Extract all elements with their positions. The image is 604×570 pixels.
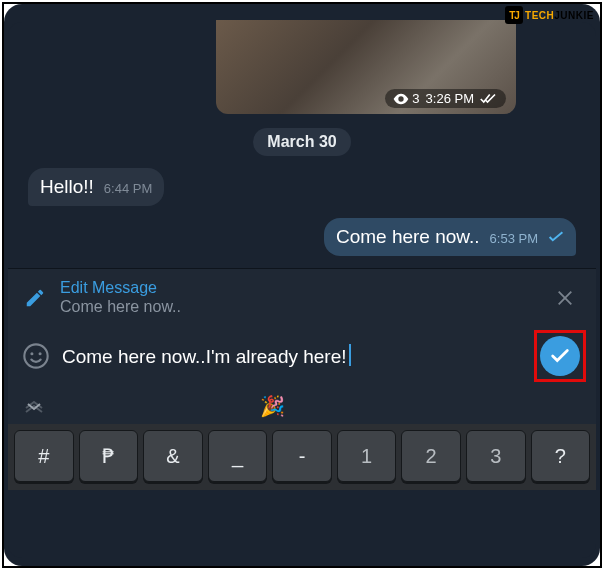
pencil-icon xyxy=(24,287,46,309)
edit-message-panel: Edit Message Come here now.. xyxy=(8,268,596,324)
text-caret xyxy=(349,344,351,366)
check-icon xyxy=(549,345,571,367)
svg-point-0 xyxy=(24,344,47,367)
emoji-button[interactable] xyxy=(22,342,50,370)
confirm-edit-button[interactable] xyxy=(540,336,580,376)
message-text: Hello!! xyxy=(40,176,94,198)
key-peso[interactable]: ₱ xyxy=(79,430,139,482)
key-2[interactable]: 2 xyxy=(401,430,461,482)
key-hash[interactable]: # xyxy=(14,430,74,482)
edit-original-text: Come here now.. xyxy=(60,298,536,316)
incoming-message[interactable]: Hello!! 6:44 PM xyxy=(28,168,164,206)
outgoing-message[interactable]: Come here now.. 6:53 PM xyxy=(324,218,576,256)
key-1[interactable]: 1 xyxy=(337,430,397,482)
message-time: 6:53 PM xyxy=(490,231,538,246)
send-highlight xyxy=(534,330,586,382)
photo-time: 3:26 PM xyxy=(426,91,474,106)
message-text: Come here now.. xyxy=(336,226,480,248)
emoji-suggestion[interactable]: 🎉 xyxy=(260,394,285,418)
close-edit-button[interactable] xyxy=(550,285,580,311)
view-count: 3 xyxy=(393,91,419,106)
read-ticks-icon xyxy=(480,93,498,105)
sent-tick-icon xyxy=(548,231,564,243)
keyboard: # ₱ & _ - 1 2 3 ? xyxy=(8,424,596,490)
watermark-logo: TJ xyxy=(505,6,523,24)
collapse-keyboard-button[interactable] xyxy=(24,399,44,413)
svg-point-2 xyxy=(39,352,42,355)
key-question[interactable]: ? xyxy=(531,430,591,482)
edit-title: Edit Message xyxy=(60,279,536,297)
photo-message[interactable]: 3 3:26 PM xyxy=(216,20,516,114)
watermark: TJ TECHJUNKIE xyxy=(505,6,594,24)
svg-point-1 xyxy=(30,352,33,355)
key-3[interactable]: 3 xyxy=(466,430,526,482)
keyboard-suggestion-bar: 🎉 xyxy=(8,390,596,424)
message-time: 6:44 PM xyxy=(104,181,152,196)
eye-icon xyxy=(393,93,409,105)
date-separator: March 30 xyxy=(253,128,350,156)
key-ampersand[interactable]: & xyxy=(143,430,203,482)
key-dash[interactable]: - xyxy=(272,430,332,482)
photo-meta: 3 3:26 PM xyxy=(385,89,506,108)
watermark-text: TECHJUNKIE xyxy=(525,10,594,21)
message-input[interactable]: Come here now..I'm already here! xyxy=(62,344,522,368)
message-input-row: Come here now..I'm already here! xyxy=(8,324,596,390)
key-underscore[interactable]: _ xyxy=(208,430,268,482)
chat-area: 3 3:26 PM March 30 Hello!! 6:44 PM xyxy=(8,22,596,268)
